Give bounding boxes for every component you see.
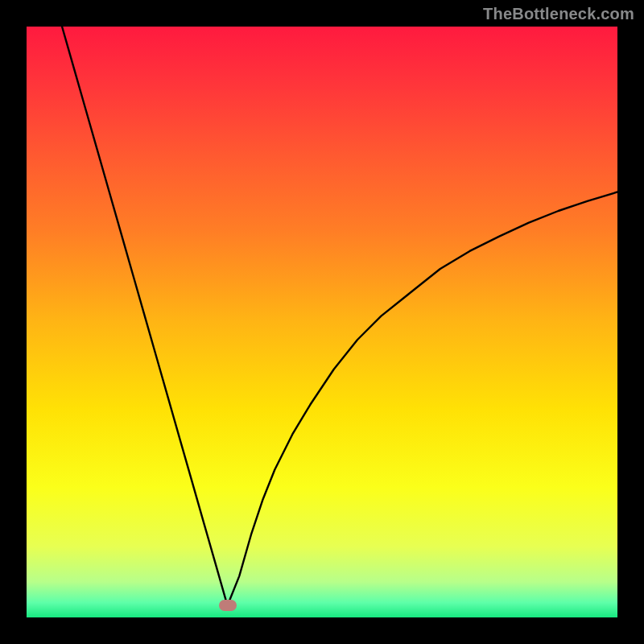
plot-area (27, 27, 617, 617)
gradient-background (27, 27, 617, 617)
watermark-text: TheBottleneck.com (483, 5, 634, 23)
minimum-marker (219, 600, 237, 611)
chart-svg (27, 27, 617, 617)
chart-frame: TheBottleneck.com (0, 0, 644, 644)
